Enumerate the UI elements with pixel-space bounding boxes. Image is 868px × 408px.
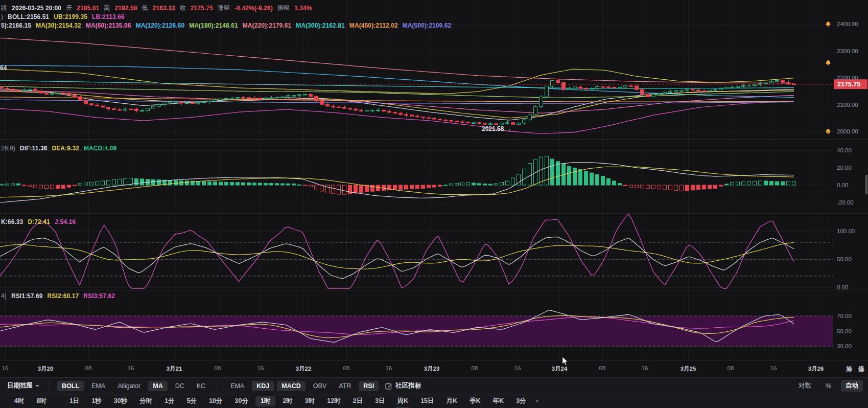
- timeframe-button-5min[interactable]: 5分: [182, 396, 202, 406]
- timeframe-button-year-k[interactable]: 年K: [488, 396, 509, 406]
- svg-text:2300.00: 2300.00: [837, 48, 858, 54]
- rsi-values-row: 4)RSI1:57.69RSI2:60.17RSI3:57.62: [1, 292, 115, 300]
- last-price-label: 2175.75: [837, 81, 860, 88]
- timeframe-button-8h[interactable]: 8时: [31, 396, 51, 406]
- svg-text:50.00: 50.00: [837, 328, 852, 334]
- indicator-button-kdj[interactable]: KDJ: [252, 381, 274, 391]
- timeframe-button-1d[interactable]: 1日: [64, 396, 84, 406]
- burst-toggle[interactable]: 爆: [858, 365, 864, 374]
- svg-text:-20.00: -20.00: [837, 199, 854, 206]
- ohlc-token: 低: [142, 4, 148, 12]
- timeframe-bar: 4时8时1日1秒30秒分时1分5分10分30分1时2时3时12时2日3日周K15…: [0, 394, 868, 408]
- time-axis-tick: 3月22: [296, 365, 312, 373]
- time-axis-tick: 3月20: [38, 365, 54, 373]
- svg-text:50.00: 50.00: [837, 256, 852, 262]
- timeframe-button-1min[interactable]: 1分: [159, 396, 179, 406]
- ma-values-row: 5):2166.15MA(30):2154.32MA(60):2135.06MA…: [1, 22, 451, 29]
- timeframe-button-2h[interactable]: 2时: [277, 396, 297, 406]
- indicator-button-atr[interactable]: ATR: [334, 381, 356, 391]
- timeframe-button-3min[interactable]: 3分: [511, 396, 531, 406]
- kdj-token: D:72.41: [28, 218, 50, 225]
- scale-button-auto[interactable]: 自动: [841, 380, 863, 392]
- sub-indicator-group: EMAKDJMACDOBVATRRSI: [226, 381, 379, 391]
- ohlc-token: 收: [180, 4, 186, 12]
- timeframe-button-10min[interactable]: 10分: [204, 396, 227, 406]
- alert-bell-icon[interactable]: [826, 129, 830, 134]
- edit-icon: [385, 382, 392, 390]
- time-axis-tick: 08: [215, 365, 221, 371]
- timeframe-button-fenshi[interactable]: 分时: [134, 396, 157, 406]
- ma-token: MA(220):2179.61: [243, 22, 292, 29]
- time-axis-tick: 08: [472, 365, 478, 371]
- kdj-panel[interactable]: [0, 214, 794, 288]
- indicator-button-rsi[interactable]: RSI: [359, 381, 379, 391]
- timeframe-button-1h[interactable]: 1时: [255, 396, 275, 406]
- timeframe-button-1s[interactable]: 1秒: [86, 396, 106, 406]
- alert-bell-icon[interactable]: [826, 22, 830, 27]
- macd-panel[interactable]: [0, 156, 796, 202]
- timeframe-button-2d[interactable]: 2日: [348, 396, 368, 406]
- chevron-down-icon: [35, 385, 39, 387]
- indicator-button-alligator[interactable]: Alligator: [113, 381, 145, 391]
- boll-token: BOLL:2156.51: [8, 13, 49, 20]
- date-range-label: 日期范围: [7, 381, 33, 390]
- alert-bell-icon[interactable]: [826, 60, 830, 65]
- ma-token: 5):2166.15: [1, 22, 31, 29]
- svg-text:2000.00: 2000.00: [837, 128, 858, 134]
- price-panel[interactable]: [0, 38, 796, 133]
- timeframe-button-3d[interactable]: 3日: [370, 396, 390, 406]
- scale-button-percent[interactable]: %: [821, 381, 836, 391]
- ma-token: MA(60):2135.06: [86, 22, 131, 29]
- timeframe-button-quarter-k[interactable]: 季K: [464, 396, 486, 406]
- ma-token: MA(120):2126.60: [136, 22, 185, 29]
- ohlc-token: 振幅: [277, 4, 290, 12]
- macd-token: DEA:9.32: [52, 145, 79, 152]
- ohlc-token: 开: [66, 4, 72, 12]
- indicator-button-kc[interactable]: KC: [192, 381, 210, 391]
- indicator-button-boll[interactable]: BOLL: [57, 381, 84, 391]
- ohlc-token: 2192.58: [114, 5, 137, 12]
- price-line-boll-ub: [0, 69, 794, 94]
- macd-token: MACD:4.09: [84, 145, 116, 152]
- scale-button-log[interactable]: 对数: [794, 380, 816, 392]
- timeframe-button-4h[interactable]: 4时: [9, 396, 29, 406]
- indicator-button-macd[interactable]: MACD: [277, 381, 306, 391]
- macd-token: DIF:11.36: [20, 145, 48, 152]
- time-axis-tick: 16: [514, 365, 521, 371]
- time-axis-tick: 3月24: [552, 365, 568, 373]
- indicator-button-dc[interactable]: DC: [171, 381, 189, 391]
- timeframe-button-week-k[interactable]: 周K: [392, 396, 414, 406]
- timeframe-button-30s[interactable]: 30秒: [109, 396, 132, 406]
- indicator-button-ma[interactable]: MA: [148, 381, 167, 391]
- indicator-button-ema-2[interactable]: EMA: [226, 381, 249, 391]
- time-axis-tick: 3月21: [167, 365, 182, 373]
- rsi-token: RSI2:60.17: [48, 292, 79, 300]
- price-line-ma220: [0, 38, 794, 83]
- scrollbar-thumb[interactable]: [865, 175, 867, 194]
- timeframe-button-30min[interactable]: 30分: [230, 396, 253, 406]
- time-axis-tick: 16: [386, 365, 392, 371]
- svg-text:0.00: 0.00: [837, 284, 848, 290]
- remove-custom-interval-button[interactable]: ×: [533, 396, 542, 406]
- timeframe-button-3h[interactable]: 3时: [300, 396, 320, 406]
- indicator-button-obv[interactable]: OBV: [309, 381, 331, 391]
- ohlc-token: 2185.01: [77, 5, 99, 12]
- boll-token: LB:2113.66: [92, 13, 125, 20]
- rsi-token: RSI3:57.62: [83, 292, 115, 300]
- community-indicators-button[interactable]: 社区指标: [385, 381, 421, 390]
- timeframe-button-month-k[interactable]: 月K: [441, 396, 463, 406]
- chart-canvas[interactable]: 2400.002300.002200.002100.002000.0040.00…: [0, 0, 868, 360]
- ohlc-token: -0.42%(-9.26): [234, 5, 273, 12]
- truncated-price-label: 64: [0, 64, 7, 72]
- time-axis-tick: 08: [599, 365, 606, 371]
- boll-token: ): [1, 13, 3, 20]
- timeframe-button-12h[interactable]: 12时: [322, 396, 345, 406]
- trading-chart-app: 2400.002300.002200.002100.002000.0040.00…: [0, 0, 868, 408]
- timeframe-button-15d[interactable]: 15日: [415, 396, 439, 406]
- date-range-button[interactable]: 日期范围: [5, 381, 41, 390]
- indicator-button-ema-1[interactable]: EMA: [87, 381, 110, 391]
- svg-text:100.00: 100.00: [837, 228, 855, 234]
- chips-toggle[interactable]: 筹: [846, 365, 852, 374]
- time-axis[interactable]: 163月2008163月2108163月2208163月2308163月2408…: [0, 360, 868, 377]
- overlay-indicator-group: BOLLEMAAlligatorMADCKC: [57, 381, 210, 391]
